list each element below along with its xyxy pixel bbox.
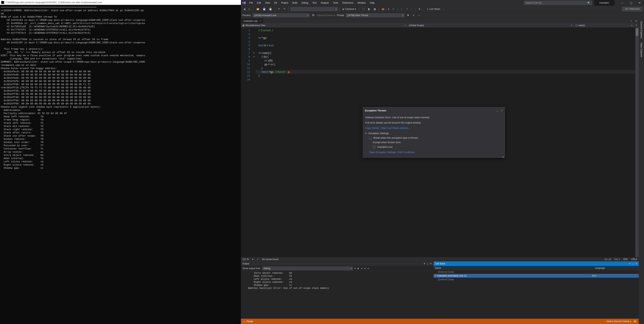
exception-settings-toggle[interactable]: ▾ Exception Settings bbox=[365, 131, 502, 135]
source-control-button[interactable]: ↑ Add to Source Control ▴ bbox=[605, 320, 631, 323]
menu-file[interactable]: File bbox=[247, 1, 255, 5]
redo-icon[interactable]: ↷ bbox=[282, 7, 286, 11]
close-icon[interactable]: ✕ bbox=[501, 109, 503, 112]
output-source-combo[interactable]: Debug bbox=[262, 266, 353, 270]
error-icon[interactable]: ✕ bbox=[287, 71, 290, 74]
break-checkbox[interactable] bbox=[369, 137, 372, 139]
close-icon[interactable]: ✕ bbox=[430, 262, 432, 265]
menu-test[interactable]: Test bbox=[310, 1, 318, 5]
config-combo[interactable] bbox=[290, 7, 338, 11]
flag-icon[interactable]: ⚑ bbox=[406, 14, 410, 17]
minimize-button[interactable]: ─ bbox=[618, 0, 627, 6]
tab-overflow-icon[interactable]: ▾ bbox=[629, 19, 633, 23]
lifecycle-combo[interactable]: Lifecycle Events ▾ bbox=[317, 14, 335, 17]
nav-back-icon[interactable]: ◀ bbox=[242, 7, 246, 11]
continue-button[interactable]: ▶Continue▾ bbox=[342, 7, 357, 11]
output-text[interactable]: Intra object redzone: bb ASan internal: … bbox=[241, 271, 433, 319]
team-explorer-tab[interactable]: Team Explorer bbox=[640, 42, 643, 58]
vertical-scrollbar[interactable] bbox=[635, 28, 639, 257]
code-editor[interactable]: 1234567891011121314 ⊟⊟ // Example 1 int … bbox=[241, 28, 639, 257]
dropdown-icon[interactable]: ▾ bbox=[629, 262, 630, 265]
output-tab[interactable]: Output ▾⊥✕ bbox=[241, 261, 433, 266]
pin-icon[interactable]: ⊥ bbox=[496, 109, 498, 112]
wrap-icon[interactable]: ↩ bbox=[368, 267, 369, 270]
col-language[interactable]: Language bbox=[594, 267, 639, 269]
stack-icon[interactable]: ≡ bbox=[412, 14, 415, 17]
line-indicator[interactable]: Ln: 12 bbox=[605, 258, 611, 261]
close-tab-icon[interactable]: ✕ bbox=[259, 20, 261, 22]
doc-tab-example1[interactable]: example1.cpp ✕ bbox=[242, 19, 263, 23]
tool-icon[interactable]: ≣ bbox=[357, 267, 359, 270]
live-share-button[interactable]: ⇪ Live Share bbox=[426, 7, 441, 11]
tool-icon[interactable]: ≡ bbox=[354, 267, 356, 270]
crumb-project[interactable]: ▦ Miscellaneous Files bbox=[241, 24, 408, 27]
menu-extensions[interactable]: Extensions bbox=[340, 1, 355, 5]
callstack-tab[interactable]: Call Stack ▾⊥✕ bbox=[434, 261, 639, 266]
copy-details-link[interactable]: Copy Details bbox=[365, 126, 379, 129]
open-file-icon[interactable]: 📂 bbox=[256, 7, 260, 11]
tool-icon[interactable]: ⛶ bbox=[361, 7, 366, 11]
pin-icon[interactable]: ⊥ bbox=[632, 262, 634, 265]
menu-edit[interactable]: Edit bbox=[255, 1, 263, 5]
zoom-level[interactable]: 111 % bbox=[242, 258, 249, 261]
code-body[interactable]: // Example 1 int *gp; bool b = true; int… bbox=[256, 28, 635, 257]
indent-indicator[interactable]: SPC bbox=[623, 258, 628, 261]
tool-icon[interactable]: ⇅ bbox=[418, 7, 422, 11]
eol-indicator[interactable]: CRLF bbox=[631, 258, 637, 261]
solution-explorer-tab[interactable]: Solution Explorer bbox=[640, 21, 643, 39]
close-button[interactable]: ✕ bbox=[635, 0, 644, 6]
menu-analyze[interactable]: Analyze bbox=[319, 1, 331, 5]
menu-help[interactable]: Help bbox=[368, 1, 376, 5]
exe-checkbox[interactable] bbox=[373, 146, 375, 148]
menu-tools[interactable]: Tools bbox=[331, 1, 340, 5]
edit-conditions-link[interactable]: Edit Conditions bbox=[398, 151, 414, 153]
col-indicator[interactable]: Ch: 1 bbox=[614, 258, 620, 261]
vs-logo-icon[interactable] bbox=[241, 1, 247, 5]
callstack-row[interactable]: ➜example1.exe!main() Line 12C++ bbox=[434, 274, 639, 278]
menu-project[interactable]: Project bbox=[279, 1, 290, 5]
save-all-icon[interactable]: 💾 bbox=[268, 7, 273, 11]
clear-icon[interactable]: ✕ bbox=[364, 267, 366, 270]
col-name[interactable]: Name bbox=[434, 267, 594, 269]
crumb-scope[interactable]: (Global Scope) bbox=[408, 24, 574, 27]
menu-git[interactable]: Git bbox=[272, 1, 279, 5]
int-preview-badge[interactable]: INT PREVIEW bbox=[622, 7, 642, 11]
solution-name[interactable]: example1 bbox=[594, 0, 614, 6]
tool-icon[interactable]: ⇥ bbox=[360, 267, 362, 270]
callstack-row[interactable]: [External Code] bbox=[434, 270, 639, 274]
menu-window[interactable]: Window bbox=[356, 1, 368, 5]
undo-icon[interactable]: ↶ bbox=[277, 7, 281, 11]
add-icon[interactable]: ＋ bbox=[634, 24, 639, 27]
search-box[interactable]: Search (Ctrl+Q) 🔍 bbox=[524, 1, 592, 5]
restart-icon[interactable]: ⟳ bbox=[392, 7, 396, 11]
tool-icon[interactable]: ◨ bbox=[372, 7, 377, 11]
resize-grip-icon[interactable]: ◢ bbox=[502, 155, 504, 157]
step-over-icon[interactable]: ↷ bbox=[405, 7, 409, 11]
process-combo[interactable]: [18184] example1.exe bbox=[253, 14, 310, 17]
console-output[interactable]: ========================================… bbox=[0, 5, 241, 324]
step-into-icon[interactable]: ↘ bbox=[400, 7, 404, 11]
menu-build[interactable]: Build bbox=[290, 1, 300, 5]
save-icon[interactable]: 💾 bbox=[262, 7, 267, 11]
open-exception-settings-link[interactable]: Open Exception Settings bbox=[369, 151, 396, 153]
start-live-share-link[interactable]: Start Live Share session... bbox=[381, 126, 410, 129]
stop-icon[interactable]: ■ bbox=[387, 7, 390, 11]
notifications-icon[interactable]: 🔔 bbox=[634, 320, 636, 323]
pin-icon[interactable]: ⊥ bbox=[426, 262, 428, 265]
thread-combo[interactable]: [24788] Main Thread bbox=[346, 14, 404, 17]
crumb-function[interactable]: ◫ main() bbox=[574, 24, 634, 27]
dropdown-icon[interactable]: ▾ bbox=[424, 262, 425, 265]
step-out-icon[interactable]: ↑ bbox=[410, 7, 414, 11]
nav-fwd-icon[interactable]: ▶ bbox=[248, 7, 252, 11]
maximize-button[interactable]: ▢ bbox=[627, 0, 635, 6]
callstack-row[interactable]: [External Code] bbox=[434, 278, 639, 281]
pause-icon[interactable]: ▮▮ bbox=[380, 7, 386, 11]
close-icon[interactable]: ✕ bbox=[635, 262, 637, 265]
issues-text[interactable]: No issues found bbox=[262, 258, 278, 261]
fold-column[interactable]: ⊟⊟ bbox=[252, 28, 256, 257]
menu-debug[interactable]: Debug bbox=[300, 1, 310, 5]
console-titlebar[interactable]: C:\MSDN\cpp-docs-pr\docs\c-language\ASAN… bbox=[0, 0, 241, 5]
refresh-icon[interactable]: 🗘 bbox=[311, 14, 316, 17]
menu-view[interactable]: View bbox=[263, 1, 272, 5]
settings-icon[interactable]: ⚙ bbox=[634, 19, 639, 23]
